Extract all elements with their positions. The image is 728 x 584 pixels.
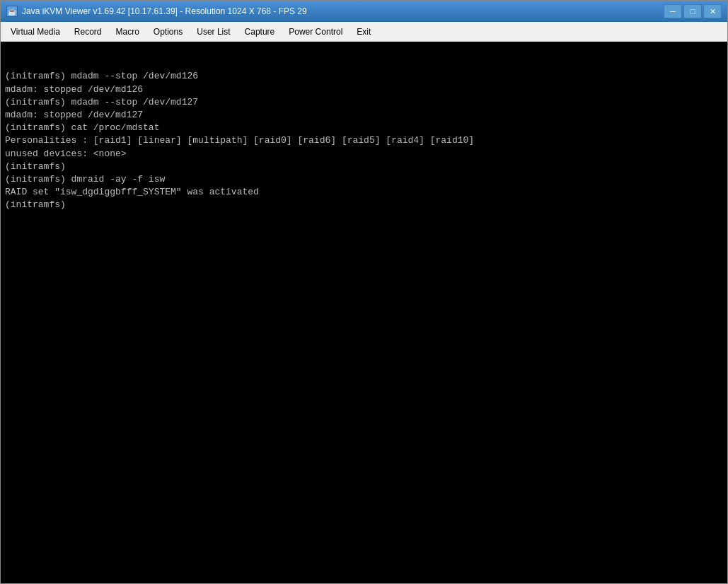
menu-user-list[interactable]: User List: [190, 22, 237, 41]
menu-record[interactable]: Record: [67, 22, 109, 41]
terminal-line: (initramfs) dmraid -ay -f isw: [5, 173, 723, 186]
terminal-line: RAID set "isw_dgdiggbfff_SYSTEM" was act…: [5, 186, 723, 199]
close-button[interactable]: ✕: [703, 4, 722, 18]
terminal-line: (initramfs) mdadm --stop /dev/md127: [5, 96, 723, 109]
window-controls: ─ □ ✕: [664, 4, 722, 18]
menu-virtual-media[interactable]: Virtual Media: [4, 22, 67, 41]
window-title: Java iKVM Viewer v1.69.42 [10.17.61.39] …: [22, 6, 664, 16]
minimize-button[interactable]: ─: [664, 4, 682, 18]
menu-macro[interactable]: Macro: [109, 22, 146, 41]
menu-power-control[interactable]: Power Control: [282, 22, 349, 41]
menu-capture[interactable]: Capture: [238, 22, 282, 41]
menu-bar: Virtual Media Record Macro Options User …: [1, 22, 727, 42]
terminal-display[interactable]: (initramfs) mdadm --stop /dev/md126mdadm…: [1, 42, 727, 583]
menu-exit[interactable]: Exit: [349, 22, 378, 41]
terminal-line: (initramfs): [5, 199, 723, 211]
terminal-line: mdadm: stopped /dev/md126: [5, 83, 723, 96]
title-bar: ☕ Java iKVM Viewer v1.69.42 [10.17.61.39…: [1, 1, 727, 22]
menu-options[interactable]: Options: [146, 22, 190, 41]
app-icon: ☕: [6, 6, 18, 17]
restore-button[interactable]: □: [683, 4, 702, 18]
terminal-line: mdadm: stopped /dev/md127: [5, 109, 723, 122]
terminal-line: unused devices: <none>: [5, 148, 723, 160]
terminal-line: (initramfs) cat /proc/mdstat: [5, 122, 723, 134]
terminal-line: (initramfs): [5, 160, 723, 173]
main-window: ☕ Java iKVM Viewer v1.69.42 [10.17.61.39…: [0, 0, 728, 584]
terminal-line: (initramfs) mdadm --stop /dev/md126: [5, 70, 723, 83]
terminal-line: Personalities : [raid1] [linear] [multip…: [5, 134, 723, 147]
